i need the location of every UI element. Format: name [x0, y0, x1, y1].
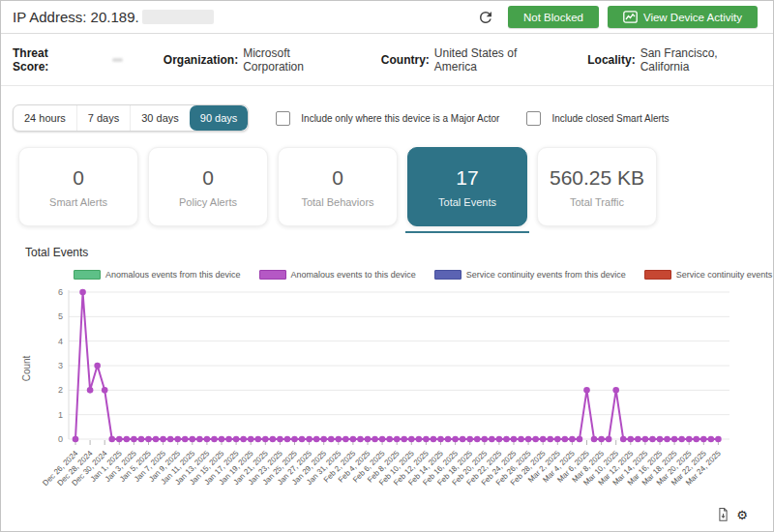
view-device-activity-button[interactable]: View Device Activity — [608, 6, 758, 28]
range-tab-7-days[interactable]: 7 days — [77, 105, 131, 131]
view-device-activity-label: View Device Activity — [643, 12, 742, 23]
major-actor-checkbox-label: Include only where this device is a Majo… — [301, 113, 499, 124]
stat-card-policy-alerts[interactable]: 0Policy Alerts — [148, 147, 268, 226]
refresh-button[interactable] — [475, 7, 496, 28]
gear-icon: ⚙ — [736, 509, 748, 521]
closed-alerts-checkbox-label: Include closed Smart Alerts — [551, 113, 669, 124]
stat-card-smart-alerts[interactable]: 0Smart Alerts — [18, 147, 138, 226]
svg-text:3: 3 — [58, 361, 63, 370]
legend-label: Anomalous events to this device — [291, 270, 416, 280]
country-value: United States of America — [434, 46, 553, 74]
time-range-tabs: 24 hours7 days30 days90 days — [13, 104, 249, 132]
legend-item-service-continuity-events-to-this-device[interactable]: Service continuity events to this device — [644, 270, 774, 280]
stat-label: Total Traffic — [570, 196, 624, 208]
country-label: Country: — [381, 53, 430, 67]
refresh-icon — [477, 9, 494, 26]
legend-label: Service continuity events to this device — [676, 270, 774, 280]
filter-controls-row: 24 hours7 days30 days90 days Include onl… — [13, 103, 761, 133]
svg-text:6: 6 — [58, 287, 63, 297]
header-actions: Not Blocked View Device Activity — [475, 6, 758, 28]
settings-button[interactable]: ⚙ — [736, 509, 748, 521]
legend-label: Anomalous events from this device — [105, 270, 241, 280]
svg-text:Count: Count — [21, 355, 32, 381]
page-title: IP Address: 20.189. — [13, 9, 214, 25]
chart-toolbar: ⚙ — [717, 507, 748, 522]
stat-value: 0 — [202, 166, 214, 190]
svg-text:2: 2 — [58, 385, 63, 395]
export-button[interactable] — [717, 507, 729, 522]
legend-swatch-icon — [434, 270, 461, 280]
stat-label: Policy Alerts — [179, 196, 237, 208]
device-details-page: IP Address: 20.189. Not Blocked View Dev… — [0, 0, 774, 532]
threat-score-label: Threat Score: — [13, 46, 83, 74]
svg-text:5: 5 — [58, 311, 63, 321]
closed-alerts-checkbox-box[interactable] — [526, 111, 541, 126]
ip-address-text: IP Address: 20.189. — [13, 9, 139, 25]
svg-text:1: 1 — [58, 410, 63, 420]
file-export-icon — [717, 507, 729, 522]
legend-swatch-icon — [644, 270, 671, 280]
legend-swatch-icon — [74, 270, 101, 280]
stat-value: 0 — [332, 166, 343, 190]
stat-label: Smart Alerts — [49, 196, 107, 208]
svg-text:0: 0 — [58, 434, 63, 444]
threat-score-redacted — [112, 58, 123, 62]
selected-card-underline — [405, 231, 529, 233]
stat-cards-row: 0Smart Alerts0Policy Alerts0Total Behavi… — [18, 147, 657, 226]
legend-item-anomalous-events-to-this-device[interactable]: Anomalous events to this device — [259, 270, 416, 280]
major-actor-checkbox-box[interactable] — [276, 111, 290, 126]
organization-group: Organization: Microsoft Corporation — [164, 46, 345, 74]
major-actor-checkbox[interactable]: Include only where this device is a Majo… — [276, 111, 499, 126]
not-blocked-label: Not Blocked — [523, 12, 583, 23]
stat-card-total-traffic[interactable]: 560.25 KBTotal Traffic — [537, 147, 657, 226]
total-events-chart: 0123456CountDec 26, 2024Dec 28, 2024Dec … — [1, 283, 774, 532]
device-info-row: Threat Score: Organization: Microsoft Co… — [1, 35, 773, 86]
header: IP Address: 20.189. Not Blocked View Dev… — [1, 1, 773, 34]
chart-legend: Anomalous events from this deviceAnomalo… — [74, 270, 774, 280]
stat-label: Total Events — [438, 196, 496, 208]
ip-redacted-block — [142, 10, 214, 24]
legend-item-service-continuity-events-from-this-device[interactable]: Service continuity events from this devi… — [434, 270, 626, 280]
closed-alerts-checkbox[interactable]: Include closed Smart Alerts — [526, 111, 669, 126]
organization-label: Organization: — [164, 53, 238, 67]
range-tab-24-hours[interactable]: 24 hours — [14, 105, 77, 131]
stat-value: 17 — [456, 166, 478, 190]
locality-group: Locality: San Francisco, California — [587, 46, 761, 74]
organization-value: Microsoft Corporation — [243, 46, 345, 74]
range-tab-30-days[interactable]: 30 days — [131, 105, 190, 131]
legend-label: Service continuity events from this devi… — [466, 270, 626, 280]
chart-title: Total Events — [25, 246, 88, 259]
threat-score-group: Threat Score: — [13, 46, 123, 74]
not-blocked-button[interactable]: Not Blocked — [508, 6, 599, 28]
svg-text:4: 4 — [58, 337, 63, 346]
stat-value: 560.25 KB — [550, 166, 644, 190]
stat-label: Total Behaviors — [301, 196, 373, 208]
activity-chart-icon — [623, 11, 638, 23]
legend-swatch-icon — [259, 270, 286, 280]
stat-value: 0 — [73, 166, 84, 190]
locality-value: San Francisco, California — [640, 46, 761, 74]
range-tab-90-days[interactable]: 90 days — [190, 105, 249, 131]
legend-item-anomalous-events-from-this-device[interactable]: Anomalous events from this device — [74, 270, 241, 280]
locality-label: Locality: — [587, 53, 635, 67]
stat-card-total-behaviors[interactable]: 0Total Behaviors — [278, 147, 398, 226]
country-group: Country: United States of America — [381, 46, 553, 74]
stat-card-total-events[interactable]: 17Total Events — [407, 147, 527, 226]
